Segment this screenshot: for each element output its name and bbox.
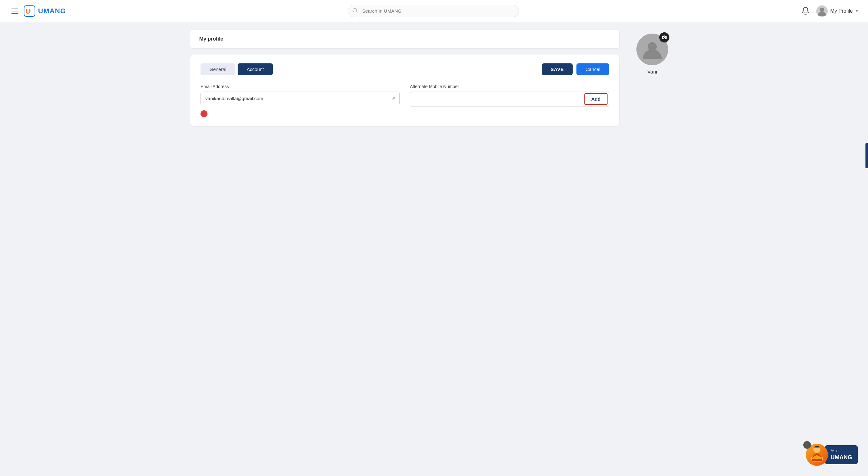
scrollbar-indicator [865, 143, 868, 168]
email-label: Email Address [200, 84, 400, 89]
email-input-wrapper: ✕ [200, 92, 400, 105]
search-wrap [348, 5, 519, 17]
camera-icon[interactable] [659, 32, 670, 42]
ask-umang-container: − Ask UMANG [806, 444, 858, 466]
email-input[interactable] [200, 92, 400, 105]
header-left: U UMANG [10, 5, 66, 17]
ask-umang-close-icon[interactable]: − [803, 441, 811, 449]
cancel-button[interactable]: Cancel [577, 63, 609, 75]
profile-section[interactable]: My Profile ▾ [816, 5, 858, 17]
search-input[interactable] [348, 5, 519, 17]
alternate-mobile-input[interactable] [410, 93, 583, 105]
alternate-mobile-label: Alternate Mobile Number [410, 84, 609, 89]
profile-avatar-header [816, 5, 828, 17]
svg-line-4 [356, 11, 357, 12]
email-clear-icon[interactable]: ✕ [392, 95, 396, 101]
tab-general[interactable]: General [200, 63, 235, 75]
profile-name: My Profile [830, 8, 853, 14]
profile-username: Vani [648, 69, 657, 75]
notification-icon[interactable] [801, 7, 810, 15]
save-button[interactable]: SAVE [542, 63, 573, 75]
profile-sidebar: Vani [627, 30, 678, 126]
info-icon: i [200, 110, 208, 117]
header: U UMANG [0, 0, 868, 22]
chevron-down-icon: ▾ [856, 9, 858, 13]
ask-umang-button[interactable]: Ask UMANG [806, 444, 858, 466]
add-mobile-button[interactable]: Add [584, 93, 608, 105]
form-actions: SAVE Cancel [542, 63, 609, 75]
search-icon [352, 8, 358, 14]
svg-point-5 [820, 8, 824, 12]
umang-logo-icon: U [24, 5, 35, 17]
page-content: My profile General Account SAVE Cancel [180, 22, 688, 134]
email-field-group: Email Address ✕ i [200, 84, 400, 117]
logo-text: UMANG [38, 7, 66, 15]
logo[interactable]: U UMANG [24, 5, 66, 17]
tabs: General Account [200, 63, 273, 75]
ask-umang-text-box: Ask UMANG [825, 445, 858, 464]
avatar-container [637, 34, 668, 65]
hamburger-menu-icon[interactable] [10, 7, 20, 15]
svg-text:U: U [26, 7, 31, 15]
page-title: My profile [199, 36, 610, 42]
ask-label: Ask [831, 448, 852, 454]
form-fields: Email Address ✕ i Alternate Mobile Numbe… [200, 84, 609, 117]
umang-label: UMANG [831, 454, 852, 461]
main-panel: My profile General Account SAVE Cancel [190, 30, 619, 126]
form-card-header: General Account SAVE Cancel [200, 63, 609, 75]
header-right: My Profile ▾ [801, 5, 858, 17]
my-profile-header-card: My profile [190, 30, 619, 48]
form-card: General Account SAVE Cancel Email Addres… [190, 55, 619, 126]
alternate-mobile-input-wrapper: Add [410, 92, 609, 106]
alternate-mobile-field-group: Alternate Mobile Number Add [410, 84, 609, 117]
tab-account[interactable]: Account [238, 63, 273, 75]
search-container [66, 5, 801, 17]
